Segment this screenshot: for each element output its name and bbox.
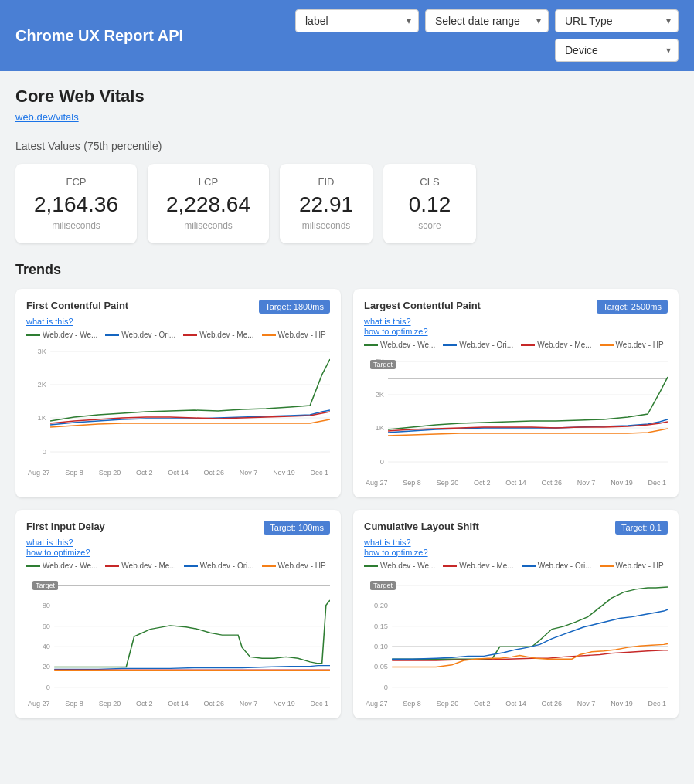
svg-text:3K: 3K: [37, 348, 46, 355]
lcp-card: LCP 2,228.64 miliseconds: [148, 164, 269, 243]
cls-target-label: Target: [370, 581, 396, 590]
svg-text:0.10: 0.10: [374, 643, 388, 650]
fcp-chart-area: 3K 2K 1K 0: [26, 344, 330, 467]
fcp-unit: miliseconds: [34, 220, 118, 231]
fid-x-labels: Aug 27Sep 8Sep 20Oct 2Oct 14Oct 26Nov 7N…: [26, 700, 330, 708]
lcp-optimize-link[interactable]: how to optimize?: [364, 327, 668, 336]
main-content: Core Web Vitals web.dev/vitals Latest Va…: [0, 71, 694, 734]
lcp-value: 2,228.64: [166, 192, 250, 217]
fcp-legend: Web.dev - We... Web.dev - Ori... Web.dev…: [26, 331, 330, 339]
date-range-dropdown-wrapper: Select date range: [425, 9, 549, 32]
cls-x-labels: Aug 27Sep 8Sep 20Oct 2Oct 14Oct 26Nov 7N…: [364, 700, 668, 708]
fid-target-badge: Target: 100ms: [264, 521, 330, 535]
cls-optimize-link[interactable]: how to optimize?: [364, 548, 668, 557]
label-dropdown[interactable]: label: [295, 9, 419, 32]
cls-what-is-this-link[interactable]: what is this?: [364, 538, 668, 547]
cls-unit: score: [402, 220, 458, 231]
lcp-label: LCP: [166, 176, 250, 188]
svg-text:20: 20: [43, 664, 50, 671]
charts-grid: First Contentful Paint Target: 1800ms wh…: [15, 289, 679, 718]
lcp-chart-card: Largest Contentful Paint Target: 2500ms …: [353, 289, 679, 497]
svg-text:0.20: 0.20: [374, 602, 388, 610]
fid-chart-card: First Input Delay Target: 100ms what is …: [15, 510, 341, 718]
date-range-dropdown[interactable]: Select date range: [425, 9, 549, 32]
cls-value: 0.12: [402, 192, 458, 217]
cls-card: CLS 0.12 score: [383, 164, 476, 243]
cls-chart-links: what is this? how to optimize?: [364, 538, 668, 557]
fcp-value: 2,164.36: [34, 192, 118, 217]
svg-text:60: 60: [43, 623, 50, 630]
fid-optimize-link[interactable]: how to optimize?: [26, 548, 330, 557]
trends-title: Trends: [15, 262, 679, 278]
fcp-chart-title: First Contentful Paint: [26, 300, 128, 311]
lcp-target-badge: Target: 2500ms: [597, 300, 668, 314]
svg-text:0: 0: [46, 684, 50, 691]
svg-text:0.15: 0.15: [374, 623, 388, 630]
svg-text:0: 0: [43, 448, 46, 456]
latest-values-section-title: Latest Values (75th percentile): [15, 139, 679, 153]
fid-chart-area: Target 100 80 60 40 20 0: [26, 575, 330, 698]
label-dropdown-wrapper: label: [295, 9, 419, 32]
fcp-chart-links: what is this?: [26, 317, 330, 326]
lcp-what-is-this-link[interactable]: what is this?: [364, 317, 668, 326]
fid-what-is-this-link[interactable]: what is this?: [26, 538, 330, 547]
fid-chart-links: what is this? how to optimize?: [26, 538, 330, 557]
fid-unit: miliseconds: [298, 220, 354, 231]
device-dropdown-wrapper: Device: [555, 39, 679, 62]
page-title: Core Web Vitals: [15, 87, 679, 107]
url-type-dropdown-wrapper: URL Type: [555, 9, 679, 32]
device-dropdown[interactable]: Device: [555, 39, 679, 62]
fcp-chart-card: First Contentful Paint Target: 1800ms wh…: [15, 289, 341, 497]
svg-text:2K: 2K: [375, 391, 383, 399]
svg-text:1K: 1K: [375, 424, 383, 432]
lcp-chart-links: what is this? how to optimize?: [364, 317, 668, 336]
metrics-row: FCP 2,164.36 miliseconds LCP 2,228.64 mi…: [15, 164, 679, 243]
fcp-what-is-this-link[interactable]: what is this?: [26, 317, 330, 326]
url-type-dropdown[interactable]: URL Type: [555, 9, 679, 32]
lcp-x-labels: Aug 27Sep 8Sep 20Oct 2Oct 14Oct 26Nov 7N…: [364, 479, 668, 487]
cls-chart-area: Target 0.25 0.20 0.15 0.10 0.05 0: [364, 575, 668, 698]
cls-label: CLS: [402, 176, 458, 188]
fcp-target-badge: Target: 1800ms: [259, 300, 330, 314]
cls-legend: Web.dev - We... Web.dev - Me... Web.dev …: [364, 562, 668, 570]
app-title: Chrome UX Report API: [15, 27, 183, 45]
cls-chart-card: Cumulative Layout Shift Target: 0.1 what…: [353, 510, 679, 718]
fid-legend: Web.dev - We... Web.dev - Me... Web.dev …: [26, 562, 330, 570]
fid-value: 22.91: [298, 192, 354, 217]
header: Chrome UX Report API label Select date r…: [0, 0, 694, 71]
cls-chart-title: Cumulative Layout Shift: [364, 521, 479, 532]
fid-chart-title: First Input Delay: [26, 521, 105, 532]
lcp-unit: miliseconds: [166, 220, 250, 231]
lcp-target-label: Target: [370, 360, 396, 369]
lcp-legend: Web.dev - We... Web.dev - Ori... Web.dev…: [364, 341, 668, 349]
fcp-label: FCP: [34, 176, 118, 188]
page-link[interactable]: web.dev/vitals: [15, 111, 79, 123]
svg-text:0: 0: [380, 458, 384, 466]
fcp-card: FCP 2,164.36 miliseconds: [15, 164, 137, 243]
svg-text:2K: 2K: [37, 381, 46, 389]
svg-text:1K: 1K: [37, 414, 46, 422]
svg-text:40: 40: [43, 643, 50, 650]
cls-target-badge: Target: 0.1: [615, 521, 668, 535]
fcp-x-labels: Aug 27Sep 8Sep 20Oct 2Oct 14Oct 26Nov 7N…: [26, 469, 330, 477]
fid-target-label: Target: [32, 581, 58, 590]
lcp-chart-area: Target 3K 2K 1K 0: [364, 354, 668, 477]
svg-text:80: 80: [43, 602, 50, 610]
fid-card: FID 22.91 miliseconds: [280, 164, 373, 243]
fid-label: FID: [298, 176, 354, 188]
svg-text:0: 0: [384, 684, 388, 691]
svg-text:0.05: 0.05: [374, 664, 388, 671]
lcp-chart-title: Largest Contentful Paint: [364, 300, 481, 311]
header-controls: label Select date range URL Type Device: [191, 9, 679, 62]
